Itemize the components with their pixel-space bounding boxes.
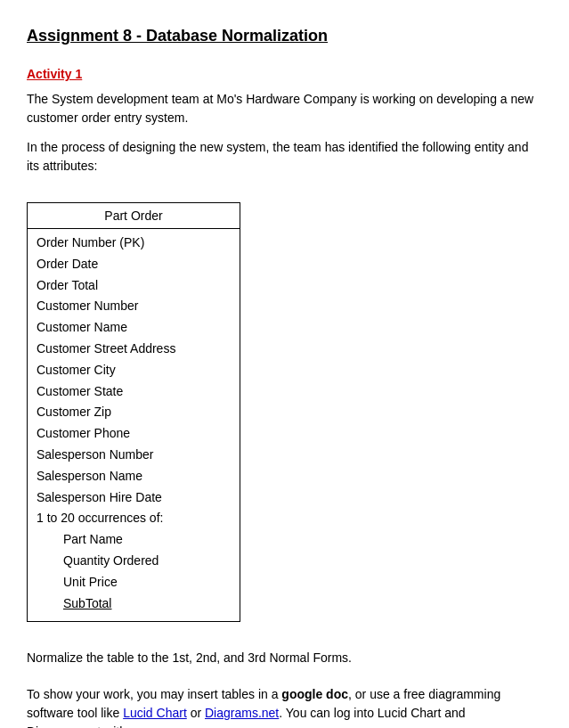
- show-work-bold: google doc: [281, 687, 348, 701]
- entity-table: Part Order Order Number (PK) Order Date …: [27, 202, 240, 622]
- field-customer-name: Customer Name: [37, 317, 231, 339]
- field-customer-number: Customer Number: [37, 296, 231, 317]
- field-subtotal: SubTotal: [37, 593, 231, 615]
- field-quantity-ordered: Quantity Ordered: [37, 551, 231, 572]
- field-customer-address: Customer Street Address: [37, 339, 231, 360]
- entity-table-container: Part Order Order Number (PK) Order Date …: [27, 202, 542, 622]
- diagrams-net-link[interactable]: Diagrams.net: [205, 706, 279, 720]
- field-customer-phone: Customer Phone: [37, 423, 231, 445]
- field-order-number: Order Number (PK): [37, 233, 231, 254]
- field-customer-zip: Customer Zip: [37, 402, 231, 423]
- entity-table-header: Part Order: [28, 203, 240, 229]
- entity-fields: Order Number (PK) Order Date Order Total…: [28, 229, 240, 622]
- intro-paragraph-2: In the process of designing the new syst…: [27, 138, 542, 176]
- page-title: Assignment 8 - Database Normalization: [27, 27, 542, 45]
- show-work-or: or: [187, 706, 205, 720]
- show-work-paragraph: To show your work, you may insert tables…: [27, 685, 542, 728]
- normalize-instruction: Normalize the table to the 1st, 2nd, and…: [27, 649, 542, 667]
- field-order-total: Order Total: [37, 275, 231, 297]
- field-salesperson-hire-date: Salesperson Hire Date: [37, 487, 231, 509]
- field-customer-city: Customer City: [37, 360, 231, 381]
- lucid-chart-link[interactable]: Lucid Chart: [123, 706, 187, 720]
- field-customer-state: Customer State: [37, 381, 231, 403]
- field-salesperson-number: Salesperson Number: [37, 445, 231, 466]
- field-unit-price: Unit Price: [37, 572, 231, 593]
- intro-paragraph-1: The System development team at Mo's Hard…: [27, 90, 542, 127]
- field-order-date: Order Date: [37, 254, 231, 275]
- field-part-name: Part Name: [37, 529, 231, 551]
- field-occurrences: 1 to 20 occurrences of:: [37, 508, 231, 529]
- activity-label: Activity 1: [27, 67, 542, 81]
- show-work-prefix: To show your work, you may insert tables…: [27, 687, 281, 701]
- field-salesperson-name: Salesperson Name: [37, 466, 231, 487]
